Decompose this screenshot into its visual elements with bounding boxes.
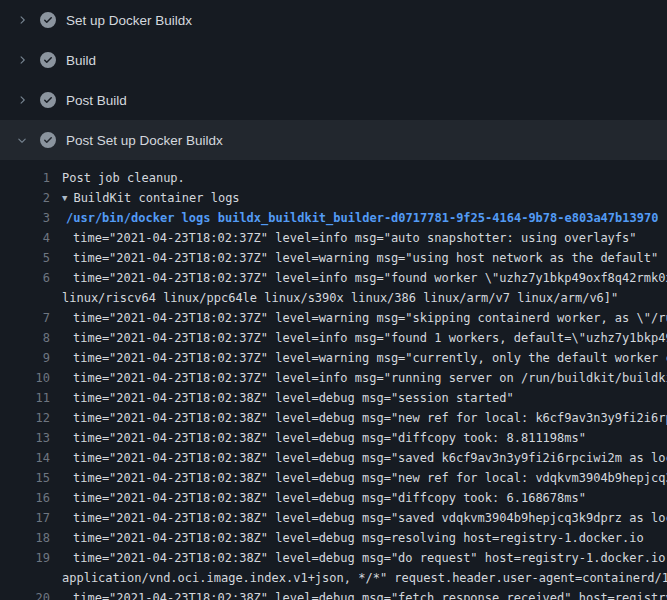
log-line-text: time="2021-04-23T18:02:38Z" level=debug … (50, 508, 667, 528)
log-line-number[interactable]: 11 (0, 388, 50, 408)
log-line[interactable]: 19 time="2021-04-23T18:02:38Z" level=deb… (0, 548, 667, 568)
log-line[interactable]: 15 time="2021-04-23T18:02:38Z" level=deb… (0, 468, 667, 488)
log-line-number[interactable]: 10 (0, 368, 50, 388)
step-label: Set up Docker Buildx (66, 13, 192, 28)
log-line-number[interactable]: 3 (0, 208, 50, 228)
log-line-number[interactable]: 20 (0, 588, 50, 600)
log-line[interactable]: 16 time="2021-04-23T18:02:38Z" level=deb… (0, 488, 667, 508)
log-line-number[interactable]: 9 (0, 348, 50, 368)
log-line-number[interactable] (0, 288, 50, 308)
log-line-text: time="2021-04-23T18:02:37Z" level=info m… (50, 228, 637, 248)
log-line-text: /usr/bin/docker logs buildx_buildkit_bui… (50, 208, 658, 228)
log-line[interactable]: 17 time="2021-04-23T18:02:38Z" level=deb… (0, 508, 667, 528)
log-line-number[interactable]: 2 (0, 188, 50, 208)
log-line-text: time="2021-04-23T18:02:38Z" level=debug … (50, 388, 514, 408)
log-line-text: linux/riscv64 linux/ppc64le linux/s390x … (50, 288, 618, 308)
log-area: 1 Post job cleanup. 2 ▼BuildKit containe… (0, 160, 667, 600)
log-line-text: time="2021-04-23T18:02:38Z" level=debug … (50, 528, 644, 548)
log-group-title: BuildKit container logs (73, 191, 239, 205)
log-line-number[interactable]: 15 (0, 468, 50, 488)
check-circle-icon (40, 12, 56, 28)
log-line[interactable]: 9 time="2021-04-23T18:02:37Z" level=warn… (0, 348, 667, 368)
step-label: Post Set up Docker Buildx (66, 133, 223, 148)
log-line-number[interactable]: 1 (0, 168, 50, 188)
log-line-number[interactable]: 5 (0, 248, 50, 268)
log-line[interactable]: 3 /usr/bin/docker logs buildx_buildkit_b… (0, 208, 667, 228)
log-line-text: time="2021-04-23T18:02:37Z" level=warnin… (50, 308, 667, 328)
log-line-number[interactable]: 13 (0, 428, 50, 448)
chevron-right-icon (14, 12, 30, 28)
step-header[interactable]: Build (0, 40, 667, 80)
log-line-text: time="2021-04-23T18:02:38Z" level=debug … (50, 488, 586, 508)
log-line-text: time="2021-04-23T18:02:37Z" level=info m… (50, 268, 667, 288)
check-circle-icon (40, 132, 56, 148)
log-line[interactable]: 20 time="2021-04-23T18:02:38Z" level=deb… (0, 588, 667, 600)
log-line-number[interactable]: 16 (0, 488, 50, 508)
step-header[interactable]: Post Build (0, 80, 667, 120)
log-line-text: time="2021-04-23T18:02:38Z" level=debug … (50, 428, 586, 448)
log-line[interactable]: 11 time="2021-04-23T18:02:38Z" level=deb… (0, 388, 667, 408)
log-line-text: time="2021-04-23T18:02:37Z" level=info m… (50, 328, 667, 348)
step-label: Build (66, 53, 96, 68)
log-line[interactable]: application/vnd.oci.image.index.v1+json,… (0, 568, 667, 588)
log-group-toggle-icon[interactable]: ▼ (62, 188, 67, 208)
chevron-right-icon (14, 92, 30, 108)
log-line[interactable]: 2 ▼BuildKit container logs (0, 188, 667, 208)
log-line-text: time="2021-04-23T18:02:37Z" level=warnin… (50, 348, 667, 368)
log-line[interactable]: 8 time="2021-04-23T18:02:37Z" level=info… (0, 328, 667, 348)
log-line-number[interactable]: 4 (0, 228, 50, 248)
step-list: Set up Docker Buildx Build Post Build (0, 0, 667, 160)
step-label: Post Build (66, 93, 127, 108)
log-line-text: time="2021-04-23T18:02:38Z" level=debug … (50, 548, 667, 568)
log-line-number[interactable]: 19 (0, 548, 50, 568)
log-line-number[interactable]: 12 (0, 408, 50, 428)
log-line[interactable]: 4 time="2021-04-23T18:02:37Z" level=info… (0, 228, 667, 248)
log-line[interactable]: 18 time="2021-04-23T18:02:38Z" level=deb… (0, 528, 667, 548)
log-line[interactable]: 1 Post job cleanup. (0, 168, 667, 188)
actions-log-viewer: Set up Docker Buildx Build Post Build (0, 0, 667, 600)
log-line[interactable]: 6 time="2021-04-23T18:02:37Z" level=info… (0, 268, 667, 288)
log-line-text: time="2021-04-23T18:02:38Z" level=debug … (50, 408, 667, 428)
log-line[interactable]: linux/riscv64 linux/ppc64le linux/s390x … (0, 288, 667, 308)
log-line-text: time="2021-04-23T18:02:37Z" level=warnin… (50, 248, 658, 268)
log-line-text: application/vnd.oci.image.index.v1+json,… (50, 568, 667, 588)
log-line-number[interactable]: 18 (0, 528, 50, 548)
log-line[interactable]: 12 time="2021-04-23T18:02:38Z" level=deb… (0, 408, 667, 428)
log-line-text: time="2021-04-23T18:02:38Z" level=debug … (50, 588, 667, 600)
log-line-text: time="2021-04-23T18:02:38Z" level=debug … (50, 448, 667, 468)
log-line[interactable]: 5 time="2021-04-23T18:02:37Z" level=warn… (0, 248, 667, 268)
log-line[interactable]: 7 time="2021-04-23T18:02:37Z" level=warn… (0, 308, 667, 328)
chevron-right-icon (14, 52, 30, 68)
log-line[interactable]: 14 time="2021-04-23T18:02:38Z" level=deb… (0, 448, 667, 468)
log-line-number[interactable]: 6 (0, 268, 50, 288)
log-line-text: Post job cleanup. (50, 168, 185, 188)
log-line-text: time="2021-04-23T18:02:37Z" level=info m… (50, 368, 667, 388)
check-circle-icon (40, 52, 56, 68)
log-line-number[interactable]: 17 (0, 508, 50, 528)
log-line[interactable]: 10 time="2021-04-23T18:02:37Z" level=inf… (0, 368, 667, 388)
log-line[interactable]: 13 time="2021-04-23T18:02:38Z" level=deb… (0, 428, 667, 448)
log-line-number[interactable] (0, 568, 50, 588)
step-header[interactable]: Post Set up Docker Buildx (0, 120, 667, 160)
step-header[interactable]: Set up Docker Buildx (0, 0, 667, 40)
chevron-down-icon (14, 132, 30, 148)
log-line-text: time="2021-04-23T18:02:38Z" level=debug … (50, 468, 667, 488)
log-line-number[interactable]: 8 (0, 328, 50, 348)
log-line-number[interactable]: 14 (0, 448, 50, 468)
check-circle-icon (40, 92, 56, 108)
log-line-text: ▼BuildKit container logs (50, 188, 240, 208)
log-line-number[interactable]: 7 (0, 308, 50, 328)
